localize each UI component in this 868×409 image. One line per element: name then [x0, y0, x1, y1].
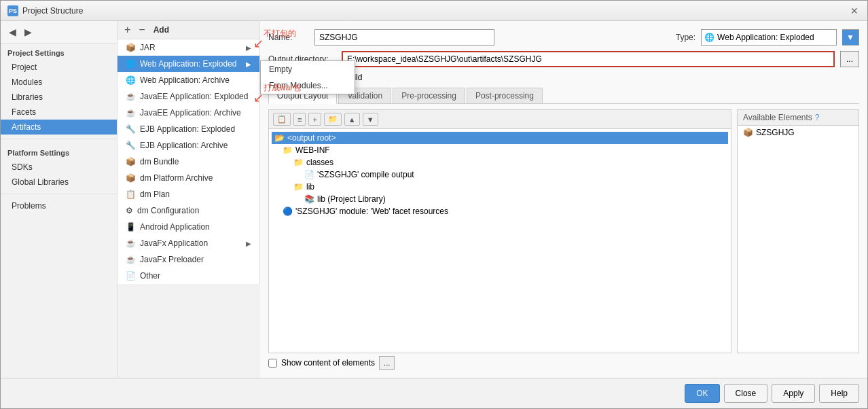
sidebar-item-global-libraries[interactable]: Global Libraries [1, 175, 117, 190]
close-icon[interactable]: ✕ [848, 5, 861, 17]
back-button[interactable]: ◀ [6, 25, 19, 39]
project-structure-dialog: PS Project Structure ✕ ◀ ▶ Project Setti… [0, 0, 868, 409]
menu-item-web-archive[interactable]: 🌐 Web Application: Archive [117, 72, 259, 88]
from-modules-label: From Modules... [269, 81, 328, 90]
menu-item-javafx-preloader[interactable]: ☕ JavaFx Preloader [117, 251, 259, 268]
menu-item-ejb-archive[interactable]: 🔧 EJB Application: Archive [117, 137, 259, 154]
classes-folder-icon: 📁 [293, 158, 304, 167]
javafx-icon: ☕ [126, 238, 136, 248]
output-dir-row: Output directory: ... [268, 51, 859, 67]
output-tree-area: 📂 <output root> 📁 WEB-INF 📁 classes [269, 129, 731, 353]
tree-item-classes[interactable]: 📁 classes [272, 156, 728, 168]
sidebar-item-modules[interactable]: Modules [1, 75, 117, 90]
tree-item-module-resources[interactable]: 🔵 'SZSGHJG' module: 'Web' facet resource… [272, 205, 728, 217]
tree-item-lib-project[interactable]: 📚 lib (Project Library) [272, 193, 728, 205]
menu-item-jar[interactable]: 📦 JAR ▶ [117, 39, 259, 56]
tree-item-web-inf[interactable]: 📁 WEB-INF [272, 144, 728, 156]
main-content: ◀ ▶ Project Settings Project Modules Lib… [1, 21, 867, 378]
menu-item-other[interactable]: 📄 Other [117, 268, 259, 284]
browse-button[interactable]: ... [840, 51, 859, 67]
tab-pre-processing[interactable]: Pre-processing [393, 88, 465, 103]
submenu-from-modules[interactable]: From Modules... [261, 77, 355, 94]
sidebar-item-sdks[interactable]: SDKs [1, 160, 117, 175]
layout-btn-add[interactable]: + [308, 113, 321, 126]
remove-button[interactable]: − [136, 24, 147, 36]
javafx-submenu-arrow: ▶ [246, 240, 251, 247]
tree-item-compile-output[interactable]: 📄 'SZSGHJG' compile output [272, 168, 728, 181]
apply-button[interactable]: Apply [772, 384, 815, 403]
web-exploded-icon: 🌐 [126, 59, 136, 69]
left-nav-panel: ◀ ▶ Project Settings Project Modules Lib… [1, 21, 117, 378]
forward-button[interactable]: ▶ [22, 25, 35, 39]
sidebar-item-libraries[interactable]: Libraries [1, 90, 117, 105]
sidebar-item-artifacts[interactable]: Artifacts [1, 120, 117, 135]
project-settings-label: Project Settings [1, 43, 117, 60]
add-button[interactable]: + [122, 24, 133, 36]
dm-plan-icon: 📋 [126, 190, 136, 199]
menu-item-dm-bundle[interactable]: 📦 dm Bundle [117, 154, 259, 170]
sidebar-item-facets[interactable]: Facets [1, 105, 117, 120]
module-resources-icon: 🔵 [283, 207, 293, 216]
layout-btn-up[interactable]: ▲ [344, 113, 360, 126]
close-button[interactable]: Close [724, 384, 768, 403]
menu-item-web-exploded[interactable]: 🌐 Web Application: Exploded ▶ [117, 56, 259, 72]
type-value: Web Application: Exploded [717, 33, 814, 42]
available-elements-header: Available Elements ? [738, 110, 858, 126]
tree-item-lib[interactable]: 📁 lib [272, 181, 728, 193]
menu-item-dm-plan[interactable]: 📋 dm Plan [117, 186, 259, 202]
avail-item-szsghjg[interactable]: 📦 SZSGHJG [738, 126, 858, 139]
menu-item-dm-config[interactable]: ⚙ dm Configuration [117, 202, 259, 219]
add-label: Add [153, 25, 169, 35]
lib-project-icon: 📚 [304, 194, 314, 204]
other-icon: 📄 [126, 271, 136, 281]
lib-folder-icon: 📁 [293, 182, 304, 192]
show-content-row: Show content of elements ... [268, 353, 859, 370]
submenu-empty[interactable]: Empty [261, 61, 355, 77]
ejb-exploded-icon: 🔧 [126, 124, 136, 134]
bottom-bar: OK Close Apply Help [1, 378, 867, 408]
show-content-btn[interactable]: ... [379, 356, 395, 370]
help-button[interactable]: Help [819, 384, 859, 403]
web-inf-folder-icon: 📁 [283, 145, 293, 155]
menu-item-javafx[interactable]: ☕ JavaFx Application ▶ [117, 235, 259, 251]
output-dir-input[interactable] [342, 51, 835, 67]
jar-icon: 📦 [126, 43, 136, 52]
name-type-row: Name: Type: 🌐 Web Application: Exploded … [268, 29, 859, 46]
tab-post-processing[interactable]: Post-processing [467, 88, 543, 103]
nav-toolbar: ◀ ▶ [1, 21, 117, 43]
web-exploded-submenu-arrow: ▶ [246, 60, 251, 68]
sidebar-item-project[interactable]: Project [1, 60, 117, 75]
menu-item-android[interactable]: 📱 Android Application [117, 219, 259, 235]
menu-item-dm-platform-archive[interactable]: 📦 dm Platform Archive [117, 170, 259, 186]
layout-btn-1[interactable]: 📋 [273, 113, 291, 126]
question-icon[interactable]: ? [815, 113, 820, 122]
name-input[interactable] [314, 29, 494, 46]
available-elements-label: Available Elements [743, 113, 812, 122]
javaee-archive-icon: ☕ [126, 108, 136, 118]
layout-btn-2[interactable]: ≡ [293, 113, 306, 126]
type-icon: 🌐 [704, 33, 715, 42]
ok-button[interactable]: OK [685, 384, 719, 403]
add-dropdown-menu: 📦 JAR ▶ 🌐 Web Application: Exploded ▶ 🌐 … [117, 39, 259, 284]
menu-item-javaee-exploded[interactable]: ☕ JavaEE Application: Exploded [117, 88, 259, 105]
sidebar-item-problems[interactable]: Problems [1, 198, 117, 213]
output-tree-panel: 📋 ≡ + 📁 ▲ ▼ 📂 <output root> 📁 [268, 109, 731, 353]
platform-settings-label: Platform Settings [1, 143, 117, 160]
middle-container: + − Add 📦 JAR ▶ 🌐 Web Application: Explo… [117, 21, 260, 378]
menu-item-ejb-exploded[interactable]: 🔧 EJB Application: Exploded [117, 121, 259, 137]
dm-bundle-icon: 📦 [126, 157, 136, 166]
dm-config-icon: ⚙ [126, 206, 133, 215]
type-dropdown-button[interactable]: ▼ [842, 29, 859, 46]
show-content-checkbox[interactable] [268, 359, 277, 368]
javaee-exploded-icon: ☕ [126, 92, 136, 101]
module-icon: 📦 [743, 128, 753, 137]
menu-item-javaee-archive[interactable]: ☕ JavaEE Application: Archive [117, 105, 259, 121]
tree-item-output-root[interactable]: 📂 <output root> [272, 132, 728, 144]
layout-btn-down[interactable]: ▼ [363, 113, 378, 126]
dialog-icon: PS [7, 5, 18, 16]
compile-output-icon: 📄 [304, 170, 314, 179]
layout-btn-folder[interactable]: 📁 [324, 113, 342, 126]
type-label: Type: [676, 33, 695, 42]
layout-panel: 📋 ≡ + 📁 ▲ ▼ 📂 <output root> 📁 [268, 109, 859, 353]
type-select[interactable]: 🌐 Web Application: Exploded [701, 29, 837, 46]
